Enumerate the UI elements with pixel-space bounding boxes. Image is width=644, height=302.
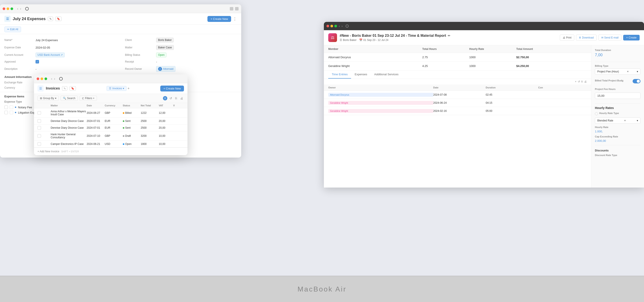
client-label: Client [125,38,154,42]
group-by-chevron: ▾ [55,97,56,100]
filters-button[interactable]: ⊏ Filters + [80,96,97,101]
client-icon: ☰ [340,38,342,42]
matter-value[interactable]: Baker Case [156,45,174,50]
report-traffic-lights [326,25,337,27]
row-2-checkbox[interactable] [38,119,41,123]
row-3-date: 2024-07-01 [86,126,104,129]
search-label: Search [67,97,76,100]
header-matter: Matter [51,104,86,107]
hourly-rates-label: Hourly Rates [595,106,640,110]
current-account-value[interactable]: USD Bank Account ↗ [36,52,65,57]
invoices-minimize-button[interactable] [40,77,43,80]
nav-back-btn[interactable]: ‹ [17,7,19,11]
tab-additional-services[interactable]: Additional Services [371,70,402,79]
print-button[interactable]: 🖨 [179,96,184,100]
row-3-checkbox[interactable] [38,126,41,130]
nav-controls: ‹ › [17,7,22,11]
row-4-net-total: 3200 [141,134,159,138]
row-1-date: 2024-06-27 [86,111,104,115]
nav-forward-btn[interactable]: › [20,7,22,11]
invoices-expand[interactable]: ⤡ [62,86,67,91]
hourly-rate-type-radio[interactable] [595,112,598,115]
report-minimize-button[interactable] [330,25,333,27]
invoices-tab-pill[interactable]: ☰ Invoices ▾ [106,86,126,91]
rates-section: Hourly Rates Hourly Rate Type Blended Ra… [595,106,640,143]
name-row: Name* July 24 Expenses [4,38,116,42]
bookmark-badge[interactable]: 🔖 [55,17,62,21]
invoices-tabs: ☰ Invoices ▾ + [106,86,129,91]
report-nav-forward[interactable]: › [342,24,343,28]
create-new-button[interactable]: + Create New [208,16,231,22]
invoices-nav-back[interactable]: ‹ [51,77,53,81]
more-options-button[interactable]: ⋮ [233,16,237,21]
sub-add-button[interactable]: + [575,80,576,83]
copy-button[interactable]: ⎘ [174,96,178,100]
close-button[interactable] [3,7,5,10]
minimize-button[interactable] [6,7,9,10]
billing-type-select[interactable]: Project Fee (Hour) × ▾ [595,68,640,75]
invoices-maximize-button[interactable] [44,77,47,80]
row-5-checkbox[interactable] [38,142,41,146]
search-button[interactable]: 🔍 Search [60,96,78,101]
current-account-label: Current Account [4,53,33,56]
sub-copy-button[interactable]: ⎘ [581,80,583,83]
te-amount-1: $2.750,00 [516,56,587,59]
item-1-checkbox[interactable] [4,106,8,109]
invoices-bookmark[interactable]: 🔖 [70,86,76,91]
billed-total-toggle[interactable] [632,79,640,83]
download-button[interactable]: ⬇ Download [576,35,596,41]
tab-add-button[interactable]: + [128,86,129,90]
te-amount-2: $4.250,00 [516,64,587,68]
table-row[interactable]: Camper Electronics IP Case 2024-06-21 US… [34,141,188,148]
sub-refresh-button[interactable]: ↺ [578,80,580,83]
sub-duration-1: 02:45 [486,93,538,96]
row-1-checkbox[interactable] [38,111,41,115]
maximize-button[interactable] [10,7,13,10]
invoices-create-new-button[interactable]: + Create New [160,86,184,92]
billing-clear-icon[interactable]: × [627,70,629,73]
record-owner-value[interactable]: A Attornaid [156,66,176,72]
edit-all-button[interactable]: ✏ Edit All [4,26,21,32]
row-4-checkbox[interactable] [38,134,41,138]
send-email-button[interactable]: ✉ Send E-mail [598,35,622,41]
invoices-window: ‹ › ☰ Invoices ⤡ 🔖 ☰ Invoices ▾ + + Crea… [34,74,188,155]
edit-title-icon[interactable]: ✏ [448,34,450,37]
project-fee-hours-input[interactable] [595,93,640,99]
form-section: Name* July 24 Expenses Client Boris Bake… [0,34,241,75]
toolbar-right: B ↺ ⎘ 🖨 [163,96,184,100]
sub-duration-2: 04:15 [486,101,538,104]
group-by-button[interactable]: ⊞ Group By ▾ [38,96,59,101]
table-row[interactable]: Dennise Diary Divorce Case 2024-07-01 EU… [34,118,188,125]
tab-expenses[interactable]: Expenses [351,70,370,79]
receipt-row: Receipt - [125,60,237,63]
table-row[interactable]: Anna Arthur x Melanie Mayers Insult Case… [34,108,188,118]
billing-clear-icon-2[interactable]: × [624,119,626,122]
add-new-invoice-button[interactable]: + Add New Invoice [38,150,60,153]
report-logo: ⚖ [328,33,337,42]
invoices-close-button[interactable] [36,77,39,80]
sub-print-button[interactable]: 🖨 [584,80,587,83]
te-row-1: Attornaid Docyrus 2.75 1000 $2.750,00 [324,53,591,62]
tab-time-entries[interactable]: Time Entries [328,70,351,79]
invoices-loading-ring [59,77,63,81]
item-2-checkbox[interactable] [4,111,8,114]
sub-table-toolbar: + ↺ ⎘ 🖨 [324,79,591,84]
user-avatar: B [163,96,167,100]
client-value[interactable]: Boris Baker [156,38,174,42]
table-row[interactable]: Hank Hunter General Consultancy 2024-07-… [34,131,188,141]
report-window: ‹ › ⚖ #New - Boris Baker 01 Sep 23-12 Ju… [324,22,644,187]
report-title-text: #New - Boris Baker 01 Sep 23-12 Jul 24 -… [340,34,446,38]
invoices-nav-forward[interactable]: › [54,77,56,81]
expand-badge[interactable]: ⤡ [48,17,53,21]
hourly-rate-type-select[interactable]: Blended Rate × ▾ [595,118,640,124]
print-button[interactable]: 🖨 Print [560,35,574,41]
approved-checkbox[interactable]: ✓ [36,60,39,63]
table-row[interactable]: Dennise Diary Divorce Case 2024-07-01 EU… [34,125,188,131]
create-report-button[interactable]: + Create [623,35,640,40]
refresh-button[interactable]: ↺ [168,96,173,100]
report-content: Member Total Hours Hourly Rate Total Amo… [324,45,644,187]
report-close-button[interactable] [326,25,329,27]
te-rate-1: 1000 [469,56,516,59]
report-maximize-button[interactable] [334,25,337,27]
report-nav-back[interactable]: ‹ [339,24,340,28]
